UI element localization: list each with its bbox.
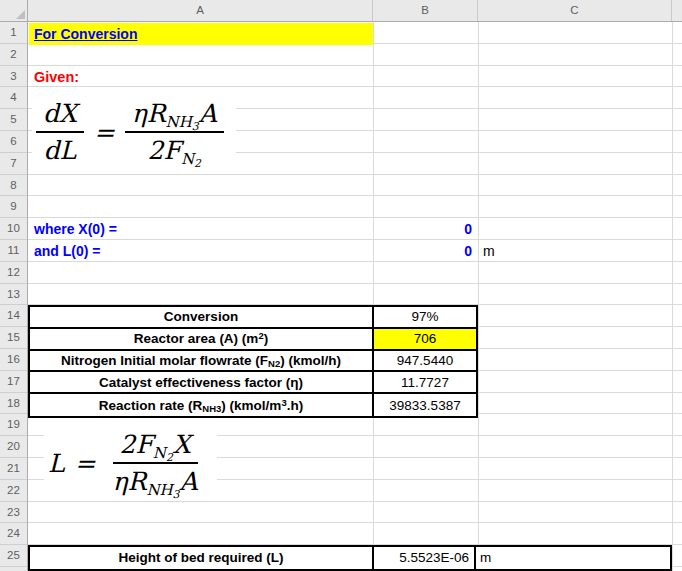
cell-c11-unit[interactable]: m bbox=[479, 240, 579, 262]
subscript-text: N bbox=[153, 444, 166, 462]
sub-subscript: 2 bbox=[166, 450, 173, 463]
row-number[interactable]: 20 bbox=[0, 436, 27, 458]
row-number[interactable]: 17 bbox=[0, 371, 27, 393]
equation-bed-height[interactable]: L = 2FN2X ηRNH3A bbox=[44, 427, 217, 499]
label-text: Catalyst effectiveness factor (η) bbox=[99, 375, 303, 390]
label-part: ) (kmol/h) bbox=[280, 353, 341, 368]
equals-sign: = bbox=[94, 118, 115, 147]
fraction-height: 2FN2X ηRNH3A bbox=[106, 430, 205, 496]
row-number[interactable]: 9 bbox=[0, 196, 27, 218]
cell-a11-initial-l-label[interactable]: and L(0) = bbox=[29, 240, 349, 262]
row-number[interactable]: 16 bbox=[0, 349, 27, 371]
lhs-variable: L bbox=[48, 449, 65, 478]
term: A bbox=[179, 467, 197, 496]
row-number[interactable]: 7 bbox=[0, 153, 27, 175]
subscript: NH3 bbox=[166, 113, 199, 131]
column-header-a[interactable]: A bbox=[28, 0, 373, 21]
row-number[interactable]: 6 bbox=[0, 131, 27, 153]
row-number[interactable]: 19 bbox=[0, 414, 27, 436]
subscript: NH3 bbox=[146, 481, 179, 499]
label-bed-height[interactable]: Height of bed required (L) bbox=[30, 547, 374, 569]
label-reaction-rate[interactable]: Reaction rate (RNH3) (kmol/m3.h) bbox=[30, 394, 374, 416]
column-header-bar: A B C bbox=[28, 0, 682, 22]
label-text: Reactor area (A) (m2) bbox=[134, 331, 268, 346]
value-nitrogen-flowrate[interactable]: 947.5440 bbox=[374, 351, 476, 373]
row-number[interactable]: 15 bbox=[0, 327, 27, 349]
gridline-col-b-c bbox=[478, 22, 479, 571]
subscript: N2 bbox=[153, 444, 173, 462]
cell-b11-l0-value[interactable]: 0 bbox=[374, 240, 477, 262]
row-number[interactable]: 24 bbox=[0, 523, 27, 545]
label-conversion[interactable]: Conversion bbox=[30, 307, 374, 329]
spreadsheet: A B C 1234567891011121314151617181920212… bbox=[0, 0, 682, 571]
row-number[interactable]: 25 bbox=[0, 545, 27, 567]
row-number[interactable]: 1 bbox=[0, 22, 27, 44]
row-number[interactable]: 14 bbox=[0, 305, 27, 327]
cell-a1-section-title[interactable]: For Conversion bbox=[29, 23, 373, 45]
term: 2F bbox=[148, 136, 181, 165]
results-table: Conversion 97% Reactor area (A) (m2) 706… bbox=[28, 305, 478, 418]
subscript-text: NH bbox=[146, 481, 172, 499]
label-part: Catalyst effectiveness factor (η) bbox=[99, 375, 303, 390]
value-reaction-rate[interactable]: 39833.5387 bbox=[374, 394, 476, 416]
value-bed-height[interactable]: 5.5523E-06 bbox=[374, 547, 476, 569]
row-number[interactable]: 12 bbox=[0, 262, 27, 284]
row-gutter: 1234567891011121314151617181920212223242… bbox=[0, 22, 28, 571]
numerator: dX bbox=[36, 99, 84, 133]
unit-bed-height[interactable]: m bbox=[476, 547, 670, 569]
label-part: ) bbox=[264, 331, 269, 346]
sub-subscript: 3 bbox=[192, 119, 199, 132]
row-number[interactable]: 21 bbox=[0, 458, 27, 480]
label-part: Nitrogen Initial molar flowrate (F bbox=[61, 353, 268, 368]
cell-a3-given-label[interactable]: Given: bbox=[29, 66, 329, 88]
row-number[interactable]: 23 bbox=[0, 502, 27, 524]
sub-subscript: 2 bbox=[194, 156, 201, 169]
label-nitrogen-flowrate[interactable]: Nitrogen Initial molar flowrate (FN2) (k… bbox=[30, 351, 374, 373]
row-number[interactable]: 22 bbox=[0, 480, 27, 502]
height-of-bed-row: Height of bed required (L) 5.5523E-06 m bbox=[28, 545, 672, 571]
label-reactor-area[interactable]: Reactor area (A) (m2) bbox=[30, 329, 374, 351]
term: ηR bbox=[113, 467, 147, 496]
equation-conversion-rate[interactable]: dX dL = ηRNH3A 2FN2 bbox=[32, 96, 236, 168]
equals-sign: = bbox=[75, 449, 96, 478]
denominator: ηRNH3A bbox=[106, 464, 205, 496]
label-part: ) (kmol/m bbox=[221, 398, 281, 413]
column-header-c[interactable]: C bbox=[478, 0, 672, 21]
select-all-triangle-icon bbox=[16, 10, 25, 19]
row-number[interactable]: 26 bbox=[0, 567, 27, 571]
row-number[interactable]: 3 bbox=[0, 66, 27, 88]
gridline-col-c-d bbox=[672, 22, 673, 571]
row-number[interactable]: 4 bbox=[0, 87, 27, 109]
label-part: Reactor area (A) (m bbox=[134, 331, 259, 346]
denominator: dL bbox=[37, 133, 84, 165]
label-text: Nitrogen Initial molar flowrate (FN2) (k… bbox=[61, 353, 341, 368]
label-part: .h) bbox=[287, 398, 304, 413]
gridline-col-a-b bbox=[373, 22, 374, 571]
value-conversion[interactable]: 97% bbox=[374, 307, 476, 329]
row-number[interactable]: 13 bbox=[0, 284, 27, 306]
fraction-rate: ηRNH3A 2FN2 bbox=[125, 99, 224, 165]
column-header-b[interactable]: B bbox=[373, 0, 478, 21]
cell-a10-initial-x-label[interactable]: where X(0) = bbox=[29, 218, 349, 240]
denominator: 2FN2 bbox=[141, 133, 208, 165]
value-reactor-area[interactable]: 706 bbox=[374, 329, 476, 351]
row-number[interactable]: 18 bbox=[0, 393, 27, 415]
term: X bbox=[173, 430, 191, 459]
fraction-dx-dl: dX dL bbox=[36, 99, 84, 165]
row-number[interactable]: 8 bbox=[0, 175, 27, 197]
value-effectiveness-factor[interactable]: 11.7727 bbox=[374, 372, 476, 394]
subscript-text: N bbox=[181, 150, 194, 168]
row-number[interactable]: 10 bbox=[0, 218, 27, 240]
label-text: Conversion bbox=[164, 309, 238, 324]
label-effectiveness-factor[interactable]: Catalyst effectiveness factor (η) bbox=[30, 372, 374, 394]
row-number[interactable]: 5 bbox=[0, 109, 27, 131]
cell-b10-x0-value[interactable]: 0 bbox=[374, 218, 477, 240]
label-text: Reaction rate (RNH3) (kmol/m3.h) bbox=[99, 398, 303, 413]
row-number[interactable]: 11 bbox=[0, 240, 27, 262]
term: A bbox=[199, 99, 217, 128]
numerator: ηRNH3A bbox=[125, 99, 224, 133]
select-all-corner[interactable] bbox=[0, 0, 28, 22]
subscript: NH3 bbox=[202, 403, 221, 414]
row-number[interactable]: 2 bbox=[0, 44, 27, 66]
subscript: N2 bbox=[181, 150, 201, 168]
